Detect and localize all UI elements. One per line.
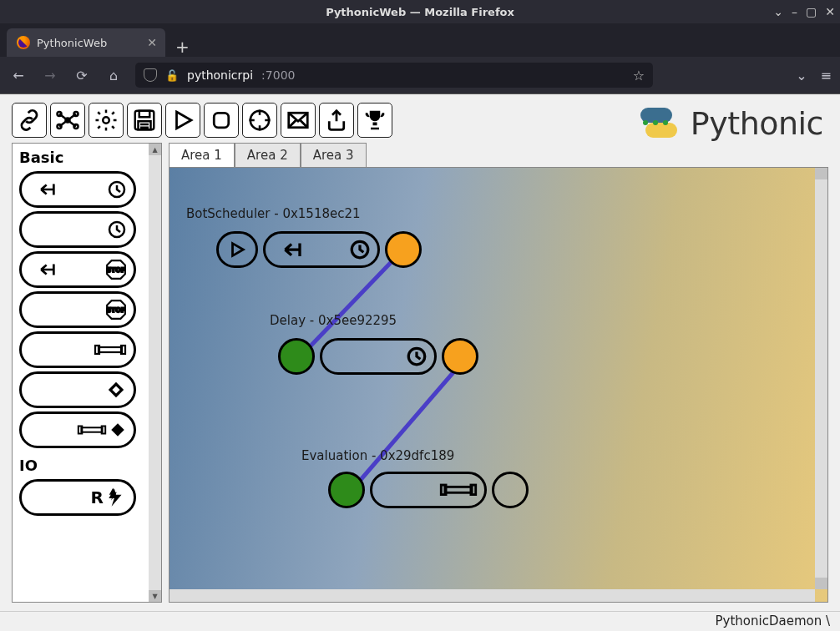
app-root: Pythonic ▲▼ Basic — [0, 93, 840, 631]
menu-icon[interactable]: ≡ — [821, 68, 832, 83]
window-maximize-icon[interactable]: ▢ — [806, 5, 817, 18]
browser-navbar: ← → ⟳ ⌂ 🔓 pythonicrpi:7000 ☆ ⌄ ≡ — [0, 57, 840, 93]
home-button[interactable]: ⌂ — [104, 68, 124, 83]
workspace: ▲▼ Basic STOP STOP — [0, 143, 840, 608]
play-button[interactable] — [165, 103, 200, 138]
svg-rect-16 — [139, 111, 150, 118]
window-title: PythonicWeb — Mozilla Firefox — [326, 6, 514, 18]
network-button[interactable] — [50, 103, 85, 138]
tab-title: PythonicWeb — [37, 37, 107, 49]
share-button[interactable] — [319, 103, 354, 138]
window-min-icon[interactable]: ⌄ — [773, 5, 783, 18]
new-tab-button[interactable]: + — [165, 37, 200, 57]
bookmark-star-icon[interactable]: ☆ — [633, 68, 645, 83]
node-3-input-port[interactable] — [328, 472, 365, 508]
svg-point-3 — [653, 120, 658, 125]
palette-item-pipe-chip[interactable] — [19, 411, 136, 448]
status-text: PythonicDaemon \ — [716, 613, 831, 628]
node-3-label: Evaluation - 0x29dfc189 — [301, 448, 454, 463]
brand: Pythonic — [634, 103, 823, 144]
palette-scrollbar[interactable]: ▲▼ — [149, 144, 161, 602]
area-tabs: Area 1 Area 2 Area 3 — [169, 143, 828, 167]
svg-rect-38 — [121, 346, 125, 354]
palette-item-stop[interactable]: STOP — [19, 291, 136, 328]
node-1-label: BotScheduler - 0x1518ec21 — [186, 206, 361, 221]
svg-point-2 — [643, 120, 648, 125]
svg-text:STOP: STOP — [107, 266, 126, 274]
link-button[interactable] — [12, 103, 47, 138]
svg-point-4 — [663, 120, 668, 125]
node-2-input-port[interactable] — [278, 338, 315, 375]
tab-area-3[interactable]: Area 3 — [301, 143, 367, 167]
canvas-scrollbar-vertical[interactable] — [815, 168, 827, 589]
svg-marker-49 — [233, 244, 244, 256]
insecure-lock-icon: 🔓 — [165, 69, 179, 82]
window-close-icon[interactable]: ✕ — [825, 5, 835, 18]
canvas-scrollbar-horizontal[interactable] — [170, 589, 815, 602]
node-1-play-icon[interactable] — [216, 231, 258, 268]
svg-rect-1 — [645, 123, 677, 138]
pocket-icon[interactable]: ⌄ — [796, 68, 807, 83]
node-2-label: Delay - 0x5ee92295 — [270, 313, 397, 328]
palette-item-scheduler-stop[interactable]: STOP — [19, 251, 136, 288]
node-3-body[interactable] — [370, 472, 487, 508]
brand-name: Pythonic — [691, 105, 823, 142]
svg-rect-44 — [111, 423, 124, 437]
tab-close-icon[interactable]: ✕ — [147, 36, 157, 49]
settings-button[interactable] — [89, 103, 124, 138]
url-bar[interactable]: 🔓 pythonicrpi:7000 ☆ — [135, 63, 653, 88]
palette-section-io: IO — [13, 452, 161, 476]
save-button[interactable] — [127, 103, 162, 138]
node-1-output-port[interactable] — [385, 231, 422, 268]
svg-rect-52 — [445, 487, 472, 493]
target-button[interactable] — [242, 103, 277, 138]
reload-button[interactable]: ⟳ — [72, 68, 92, 83]
palette-item-r-bolt[interactable]: R — [19, 479, 136, 516]
node-delay[interactable] — [278, 338, 478, 375]
url-port: :7000 — [261, 68, 295, 82]
svg-point-14 — [103, 117, 109, 124]
pythonic-logo-icon — [634, 103, 684, 144]
svg-text:STOP: STOP — [107, 306, 126, 314]
trophy-button[interactable] — [357, 103, 392, 138]
svg-rect-37 — [95, 346, 99, 354]
svg-marker-45 — [109, 488, 121, 507]
svg-line-11 — [68, 114, 76, 121]
window-minimize-icon[interactable]: – — [792, 5, 797, 18]
palette-item-clock[interactable] — [19, 211, 136, 248]
svg-line-10 — [59, 114, 68, 121]
url-host: pythonicrpi — [187, 68, 253, 82]
canvas-column: Area 1 Area 2 Area 3 BotScheduler - 0x15… — [169, 143, 828, 603]
node-3-output-port[interactable] — [492, 472, 529, 508]
tab-area-1[interactable]: Area 1 — [169, 143, 235, 167]
node-2-body[interactable] — [320, 338, 437, 375]
node-evaluation[interactable] — [328, 472, 529, 508]
svg-rect-36 — [99, 347, 122, 352]
palette-item-pipe[interactable] — [19, 331, 136, 368]
shield-icon — [144, 68, 157, 82]
mail-button[interactable] — [281, 103, 316, 138]
status-bar: PythonicDaemon \ — [0, 611, 840, 631]
svg-rect-43 — [102, 427, 106, 434]
tab-area-2[interactable]: Area 2 — [235, 143, 301, 167]
palette-item-chip[interactable] — [19, 371, 136, 408]
window-titlebar: PythonicWeb — Mozilla Firefox ⌄ – ▢ ✕ — [0, 0, 840, 23]
node-2-output-port[interactable] — [442, 338, 478, 375]
svg-marker-20 — [177, 112, 192, 129]
svg-rect-21 — [214, 113, 229, 128]
canvas[interactable]: BotScheduler - 0x1518ec21 Delay - 0x5ee9… — [170, 168, 827, 602]
palette-section-basic: Basic — [13, 144, 161, 168]
forward-button[interactable]: → — [40, 68, 60, 83]
browser-tab[interactable]: PythonicWeb ✕ — [7, 28, 165, 57]
stop-button[interactable] — [204, 103, 239, 138]
svg-rect-42 — [78, 427, 83, 434]
palette-item-scheduler-clock[interactable] — [19, 171, 136, 208]
back-button[interactable]: ← — [8, 68, 28, 83]
firefox-favicon-icon — [17, 36, 30, 49]
svg-rect-41 — [81, 427, 102, 432]
svg-line-12 — [59, 120, 68, 127]
svg-rect-53 — [441, 485, 446, 494]
node-botscheduler[interactable] — [216, 231, 422, 268]
svg-rect-54 — [471, 485, 476, 494]
node-1-body[interactable] — [263, 231, 380, 268]
